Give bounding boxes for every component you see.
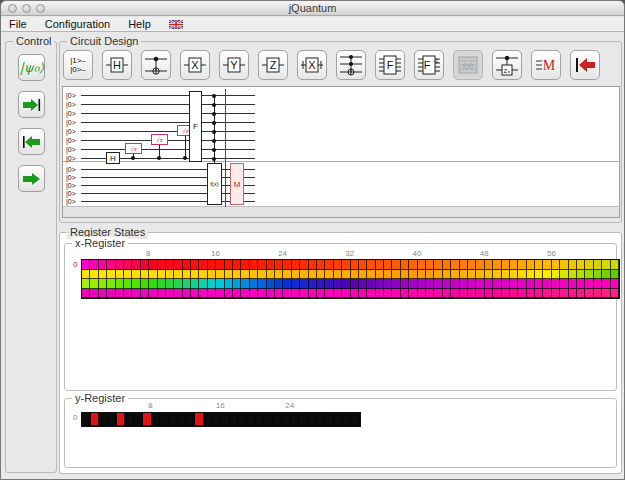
pauli-x-button[interactable]: X [180,50,210,80]
init-register-button[interactable]: |1>–|0>– [63,50,93,80]
state-cell [132,289,140,299]
state-cell [384,289,392,299]
measurement-gate[interactable]: M [230,163,244,205]
state-cell [141,260,149,270]
inverse-fourier-button[interactable]: F -1 [414,50,444,80]
state-cell [221,413,230,426]
state-cell [334,279,342,289]
state-cell [317,279,325,289]
state-cell [99,289,107,299]
hadamard-gate[interactable]: H [106,152,120,164]
state-cell [359,289,367,299]
state-cell [611,260,619,270]
window-title: jQuantum [1,2,624,14]
state-cell [342,289,350,299]
state-cell [143,413,152,426]
state-cell [543,270,551,280]
axis-tick-label: 24 [285,401,294,410]
gate-toolbar: |1>–|0>– H X Y Z X F F -1 [63,48,619,82]
state-cell [518,289,526,299]
svg-text:F: F [424,59,431,71]
control-panel-title: Control [13,35,54,48]
state-cell [451,279,459,289]
fourier-gate[interactable]: F [189,91,202,162]
measurement-button[interactable]: M [531,50,561,80]
titlebar[interactable]: jQuantum [1,1,624,16]
y-register-state-grid[interactable] [81,412,361,427]
axis-tick-label: 8 [148,401,152,410]
state-cell [468,260,476,270]
function-control-dot [212,139,216,143]
pauli-y-button[interactable]: Y [219,50,249,80]
state-cell [107,260,115,270]
menu-item-configuration[interactable]: Configuration [45,18,110,30]
controlled-phase-button[interactable]: zₓ [492,50,522,80]
state-cell [418,289,426,299]
state-cell [502,289,510,299]
state-cell [99,260,107,270]
step-back-button[interactable] [18,128,45,155]
state-cell [90,270,98,280]
state-cell [351,413,360,426]
hadamard-button[interactable]: H [102,50,132,80]
state-cell [493,270,501,280]
state-cell [485,270,493,280]
run-to-end-button[interactable] [18,91,45,118]
x-wire-ket-label: |0> [66,137,76,144]
y-register-panel: y-Register 816240 [64,398,617,468]
init-state-button[interactable]: |ψ₀〉 [18,54,45,81]
controlled-x-gate-icon: X [300,53,324,77]
state-cell [594,289,602,299]
cnot-button[interactable] [141,50,171,80]
state-cell [183,270,191,280]
menu-item-help[interactable]: Help [128,18,151,30]
state-cell [132,270,140,280]
controlled-phase-gate-1[interactable]: √z [151,134,168,145]
svg-text:zₓ: zₓ [504,67,511,75]
controlled-phase-gate-0[interactable]: √z [125,143,142,154]
canvas-scrollbar[interactable] [63,206,619,217]
fourier-button[interactable]: F [375,50,405,80]
state-cell [258,289,266,299]
y-register-wire-4 [81,201,255,202]
menu-item-file[interactable]: File [9,18,27,30]
uk-flag-icon[interactable] [169,20,183,29]
x-register-wire-1 [81,104,255,105]
x-register-state-grid[interactable] [81,259,620,299]
state-cell [124,260,132,270]
state-cell [300,270,308,280]
state-cell [552,260,560,270]
state-cell [99,413,108,426]
state-cell [250,270,258,280]
fourier-gate-icon: F [378,53,402,77]
ket-init-icon: |1>–|0>– [70,56,86,74]
function-control-dot [212,130,216,134]
state-cell [267,279,275,289]
state-cell [317,260,325,270]
svg-text:X: X [191,59,199,71]
step-forward-button[interactable] [18,165,45,192]
state-cell [510,270,518,280]
state-cell [552,289,560,299]
pauli-z-button[interactable]: Z [258,50,288,80]
controlled-not-button[interactable]: X [297,50,327,80]
state-cell [174,289,182,299]
state-cell [443,279,451,289]
circuit-canvas[interactable]: |0>|0>|0>|0>|0>|0>|0>|0>|0>|0>|0>|0>|0>H… [62,86,620,218]
state-cell [241,289,249,299]
function-gate-icon: f(x) [456,53,480,77]
state-cell [325,279,333,289]
toffoli-button[interactable] [336,50,366,80]
state-cell [199,279,207,289]
state-cell [258,279,266,289]
state-cell [493,279,501,289]
state-cell [116,279,124,289]
state-cell [543,260,551,270]
state-cell [191,289,199,299]
state-cell [577,289,585,299]
simulation-cursor-line[interactable] [225,89,226,207]
function-control-dot [212,121,216,125]
state-cell [132,279,140,289]
function-gate[interactable]: f(x) [207,163,222,205]
remove-gate-button[interactable] [570,50,600,80]
